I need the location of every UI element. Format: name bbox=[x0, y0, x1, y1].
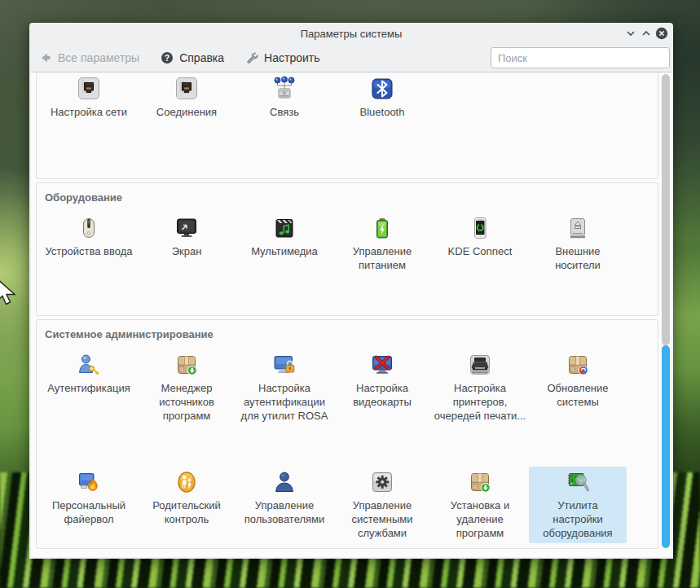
settings-item[interactable]: Настройка принтеров, очередей печати... bbox=[431, 349, 529, 426]
toolbar: Все параметры ? Справка Настроить bbox=[29, 44, 673, 72]
bluetooth-icon bbox=[369, 76, 395, 102]
settings-item-label: Внешние носители bbox=[531, 244, 624, 272]
svg-text:?: ? bbox=[165, 53, 169, 63]
system-settings-window: Параметры системы Все параметры ? Справк… bbox=[29, 23, 673, 559]
window-controls bbox=[624, 27, 668, 40]
settings-item-label: Управление питанием bbox=[336, 244, 429, 272]
parental-control-icon bbox=[174, 469, 200, 495]
settings-item-label: Обновление системы bbox=[531, 381, 624, 409]
settings-item[interactable]: Внешние носители bbox=[529, 213, 627, 275]
settings-item[interactable]: Родительский контроль bbox=[138, 467, 236, 529]
package-install-icon bbox=[467, 469, 493, 495]
settings-item-label: Аутентификация bbox=[47, 381, 130, 395]
scrollbar bbox=[662, 72, 670, 557]
scrollbar-thumb[interactable] bbox=[662, 345, 670, 548]
settings-item-label: Управление системными службами bbox=[336, 498, 429, 540]
settings-content: Настройка сетиСоединенияСвязьBluetoothОб… bbox=[31, 72, 671, 557]
section-system-administration: Системное администрированиеАутентификаци… bbox=[36, 319, 658, 549]
settings-item-label: Связь bbox=[270, 105, 299, 119]
section-title: Оборудование bbox=[37, 183, 658, 204]
settings-item-label: Настройка видеокарты bbox=[336, 381, 429, 409]
icon-row: АутентификацияМенеджер источников програ… bbox=[37, 349, 658, 459]
minimize-icon[interactable] bbox=[624, 27, 637, 40]
icon-row: Настройка сетиСоединенияСвязьBluetooth bbox=[37, 73, 658, 122]
section-title: Системное администрирование bbox=[37, 320, 658, 341]
settings-item-label: Управление пользователями bbox=[238, 498, 331, 526]
settings-item-label: Установка и удаление программ bbox=[434, 498, 526, 540]
titlebar[interactable]: Параметры системы bbox=[29, 23, 673, 44]
settings-item[interactable]: Связь bbox=[236, 73, 333, 122]
settings-item[interactable]: Аутентификация bbox=[40, 349, 138, 398]
package-update-icon bbox=[565, 352, 591, 378]
multimedia-icon bbox=[271, 215, 297, 241]
wrench-icon bbox=[245, 51, 258, 64]
settings-item-label: Соединения bbox=[156, 105, 217, 119]
settings-item[interactable]: Управление пользователями bbox=[236, 467, 333, 529]
section-network: Настройка сетиСоединенияСвязьBluetooth bbox=[36, 73, 658, 179]
settings-item-label: Мультимедиа bbox=[251, 244, 318, 258]
removable-media-icon bbox=[565, 215, 591, 241]
mouse-cursor-icon bbox=[0, 278, 16, 312]
monitor-lock-icon bbox=[271, 352, 297, 378]
settings-item-label: Настройка сети bbox=[51, 105, 127, 119]
all-settings-label: Все параметры bbox=[58, 51, 139, 64]
settings-item-label: Родительский контроль bbox=[140, 498, 233, 526]
settings-item[interactable]: Обновление системы bbox=[529, 349, 627, 412]
settings-item[interactable]: KDE Connect bbox=[431, 213, 529, 261]
settings-item[interactable]: Персональный файервол bbox=[40, 467, 138, 529]
printer-icon bbox=[467, 352, 493, 378]
telephony-icon bbox=[271, 76, 297, 102]
settings-item[interactable]: Утилита настройки оборудования bbox=[529, 467, 627, 543]
help-icon: ? bbox=[161, 51, 174, 64]
all-settings-button[interactable]: Все параметры bbox=[39, 51, 139, 64]
settings-item[interactable]: Bluetooth bbox=[333, 73, 431, 122]
settings-item-label: Настройка аутентификации для утилит ROSA bbox=[238, 381, 331, 423]
mouse-icon bbox=[76, 215, 102, 241]
network-port-icon bbox=[174, 76, 200, 102]
settings-item-label: Устройства ввода bbox=[45, 244, 132, 258]
settings-item[interactable]: Управление системными службами bbox=[333, 467, 431, 543]
configure-label: Настроить bbox=[264, 51, 319, 64]
hardware-utility-icon bbox=[565, 469, 591, 495]
settings-item-label: KDE Connect bbox=[448, 244, 513, 258]
display-icon bbox=[174, 215, 200, 241]
package-sources-icon bbox=[174, 352, 200, 378]
battery-icon bbox=[369, 215, 395, 241]
settings-item[interactable]: Управление питанием bbox=[333, 213, 431, 275]
settings-item[interactable]: Установка и удаление программ bbox=[431, 467, 529, 543]
section-hardware: ОборудованиеУстройства вводаЭкранМультим… bbox=[36, 182, 658, 316]
user-key-icon bbox=[76, 352, 102, 378]
icon-row: Устройства вводаЭкранМультимедиаУправлен… bbox=[37, 213, 658, 275]
sections: Настройка сетиСоединенияСвязьBluetoothОб… bbox=[36, 72, 658, 552]
settings-item[interactable]: Настройка сети bbox=[40, 73, 138, 122]
settings-item-label: Bluetooth bbox=[360, 105, 405, 119]
settings-item[interactable]: Мультимедиа bbox=[236, 213, 333, 261]
icon-row: Персональный файерволРодительский контро… bbox=[37, 467, 658, 543]
settings-item-label: Менеджер источников программ bbox=[140, 381, 233, 423]
monitor-x-icon bbox=[369, 352, 395, 378]
window-title: Параметры системы bbox=[301, 28, 403, 40]
services-gear-icon bbox=[369, 469, 395, 495]
maximize-icon[interactable] bbox=[640, 27, 653, 40]
close-icon[interactable] bbox=[655, 27, 668, 40]
help-button[interactable]: ? Справка bbox=[161, 51, 224, 64]
user-icon bbox=[271, 469, 297, 495]
settings-item-label: Экран bbox=[172, 244, 202, 258]
settings-item[interactable]: Экран bbox=[138, 213, 236, 261]
settings-item-label: Настройка принтеров, очередей печати... bbox=[434, 381, 526, 423]
scrollbar-track[interactable] bbox=[662, 74, 670, 345]
settings-item-label: Утилита настройки оборудования bbox=[531, 498, 624, 540]
settings-item[interactable]: Настройка аутентификации для утилит ROSA bbox=[236, 349, 333, 426]
settings-item[interactable]: Устройства ввода bbox=[40, 213, 138, 261]
search-input[interactable] bbox=[491, 47, 670, 68]
smartphone-icon bbox=[467, 215, 493, 241]
network-port-icon bbox=[76, 76, 102, 102]
settings-item[interactable]: Настройка видеокарты bbox=[333, 349, 431, 412]
settings-item[interactable]: Соединения bbox=[138, 73, 236, 122]
help-label: Справка bbox=[179, 51, 224, 64]
configure-button[interactable]: Настроить bbox=[245, 51, 319, 64]
back-arrow-icon bbox=[39, 51, 52, 64]
settings-item[interactable]: Менеджер источников программ bbox=[138, 349, 236, 426]
firewall-icon bbox=[76, 469, 102, 495]
settings-item-label: Персональный файервол bbox=[42, 498, 135, 526]
